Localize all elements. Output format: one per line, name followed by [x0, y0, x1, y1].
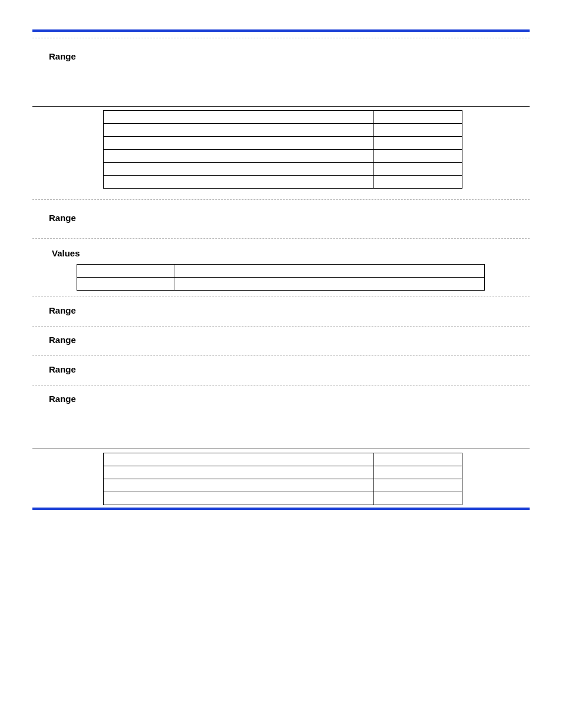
- separator-dashed: [32, 199, 530, 200]
- field-table-2: [103, 453, 462, 505]
- cell: [104, 111, 374, 124]
- cell: [374, 492, 462, 505]
- table-row: [77, 278, 485, 291]
- bottom-rule: [32, 508, 530, 510]
- table-row: [104, 466, 462, 479]
- table-row: [104, 492, 462, 505]
- cell: [104, 150, 374, 163]
- cell: [174, 278, 485, 291]
- cell: [374, 453, 462, 466]
- separator-dashed: [32, 385, 530, 386]
- table-row: [104, 176, 462, 189]
- cell: [104, 137, 374, 150]
- range-label-3: Range: [49, 305, 530, 315]
- cell: [374, 137, 462, 150]
- cell: [77, 278, 174, 291]
- separator-thin: [32, 449, 530, 449]
- cell: [104, 492, 374, 505]
- table-row: [104, 453, 462, 466]
- separator-dashed: [32, 38, 530, 38]
- field-table-1: [103, 110, 462, 189]
- cell: [174, 265, 485, 278]
- cell: [104, 479, 374, 492]
- table-row: [104, 479, 462, 492]
- separator-dashed: [32, 326, 530, 327]
- cell: [374, 124, 462, 137]
- top-rule: [32, 29, 530, 32]
- table-row: [104, 150, 462, 163]
- cell: [104, 163, 374, 176]
- table-row: [104, 163, 462, 176]
- range-label-1: Range: [49, 51, 530, 61]
- cell: [374, 466, 462, 479]
- cell: [104, 466, 374, 479]
- table-row: [104, 137, 462, 150]
- range-label-5: Range: [49, 364, 530, 374]
- separator-thin: [32, 106, 530, 107]
- table-row: [77, 265, 485, 278]
- cell: [77, 265, 174, 278]
- separator-dashed: [32, 297, 530, 297]
- range-label-2: Range: [49, 213, 530, 223]
- cell: [104, 124, 374, 137]
- cell: [374, 111, 462, 124]
- values-table: [77, 264, 485, 291]
- cell: [374, 163, 462, 176]
- values-label: Values: [52, 248, 530, 258]
- cell: [104, 176, 374, 189]
- separator-dashed: [32, 355, 530, 356]
- table-row: [104, 111, 462, 124]
- cell: [374, 176, 462, 189]
- table-row: [104, 124, 462, 137]
- cell: [374, 150, 462, 163]
- cell: [104, 453, 374, 466]
- separator-dashed: [32, 238, 530, 239]
- range-label-6: Range: [49, 394, 530, 404]
- range-label-4: Range: [49, 335, 530, 345]
- cell: [374, 479, 462, 492]
